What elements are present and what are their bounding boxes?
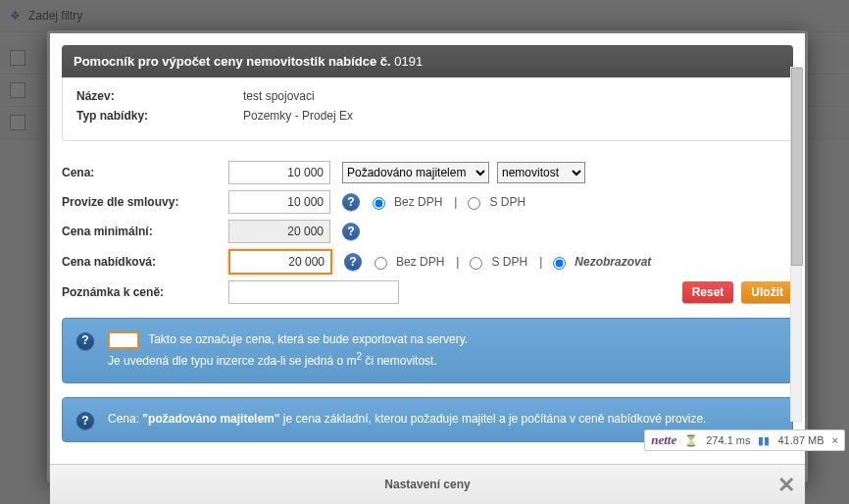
nab-bezdph-radio[interactable]: [375, 257, 387, 270]
hint1-line2b: či nemovitost.: [362, 354, 437, 368]
nabidkova-label: Cena nabídková:: [62, 255, 228, 269]
min-label: Cena minimální:: [62, 225, 228, 238]
dialog-body: Pomocník pro výpočet ceny nemovitostik n…: [50, 33, 805, 464]
reset-button[interactable]: Reset: [682, 281, 734, 303]
row-min: Cena minimální: ?: [62, 220, 793, 243]
row-nabidkova: Cena nabídková: ? Bez DPH | S DPH | Nezo…: [62, 249, 793, 275]
row-note: Poznámka k ceně: Reset Uložit: [62, 280, 793, 304]
row-cena: Cena: Požadováno majitelem nemovitost: [62, 161, 793, 184]
min-input: [228, 220, 330, 243]
name-value: test spojovaci: [243, 89, 315, 103]
provize-sdph-label: S DPH: [489, 195, 525, 209]
type-label: Typ nabídky:: [76, 109, 243, 123]
provize-bezdph-radio[interactable]: [373, 197, 385, 210]
hint1-line1: Takto se označuje cena, která se bude ex…: [148, 332, 468, 346]
dialog-header: Pomocník pro výpočet ceny nemovitostik n…: [62, 45, 793, 77]
help-icon[interactable]: ?: [342, 193, 360, 211]
nab-sdph-label: S DPH: [491, 255, 527, 269]
help-icon: ?: [76, 332, 94, 350]
debug-bar[interactable]: nette ⏳ 274.1 ms ▮▮ 41.87 MB ×: [644, 429, 845, 451]
row-provize: Provize dle smlouvy: ? Bez DPH | S DPH: [62, 190, 793, 214]
nab-bezdph-label: Bez DPH: [396, 255, 444, 269]
provize-label: Provize dle smlouvy:: [62, 195, 228, 209]
help-icon[interactable]: ?: [342, 223, 360, 240]
debug-time: 274.1 ms: [706, 434, 750, 446]
provize-input[interactable]: [228, 190, 330, 214]
hint2-strong: "požadováno majitelem": [142, 412, 279, 426]
chart-icon: ▮▮: [758, 434, 770, 447]
timer-icon: ⏳: [684, 434, 698, 447]
dialog: Pomocník pro výpočet ceny nemovitostik n…: [47, 30, 808, 482]
name-label: Název:: [76, 89, 243, 103]
cena-kind-select[interactable]: Požadováno majitelem: [342, 162, 489, 183]
scrollbar-thumb[interactable]: [791, 68, 803, 266]
scrollbar[interactable]: [790, 67, 802, 422]
hint1-line2a: Je uvedená dle typu inzerce zda-li se je…: [108, 354, 356, 368]
cena-label: Cena:: [62, 166, 228, 179]
cena-unit-select[interactable]: nemovitost: [497, 162, 585, 183]
debug-mem: 41.87 MB: [777, 434, 824, 446]
dialog-title: Pomocník pro výpočet ceny nemovitostik n…: [74, 54, 394, 69]
dialog-footer: Nastavení ceny ✕: [50, 464, 805, 504]
debug-close-icon[interactable]: ×: [832, 434, 838, 446]
provize-bezdph-label: Bez DPH: [394, 195, 442, 209]
help-icon: ?: [76, 412, 94, 429]
nab-sdph-radio[interactable]: [470, 257, 482, 270]
nab-nezobr-label: Nezobrazovat: [574, 255, 651, 269]
hint2-pre: Cena:: [108, 412, 142, 426]
nabidkova-input[interactable]: [228, 249, 332, 275]
note-input[interactable]: [228, 280, 399, 304]
help-icon[interactable]: ?: [344, 253, 362, 271]
type-value: Pozemky - Prodej Ex: [243, 109, 353, 123]
hint2-mid: je cena základní, kterou požaduje majite…: [283, 412, 707, 426]
hint-export: ? Takto se označuje cena, která se bude …: [62, 318, 793, 383]
offer-number: 0191: [394, 54, 423, 69]
save-button[interactable]: Uložit: [741, 281, 793, 303]
export-swatch: [108, 331, 139, 349]
cena-input[interactable]: [228, 161, 330, 184]
footer-title: Nastavení ceny: [384, 478, 470, 491]
note-label: Poznámka k ceně:: [62, 285, 228, 299]
close-icon[interactable]: ✕: [777, 473, 795, 498]
info-panel: Název: test spojovaci Typ nabídky: Pozem…: [62, 77, 793, 141]
nab-nezobr-radio[interactable]: [553, 257, 566, 270]
provize-sdph-radio[interactable]: [468, 197, 480, 210]
debug-brand: nette: [651, 432, 676, 448]
